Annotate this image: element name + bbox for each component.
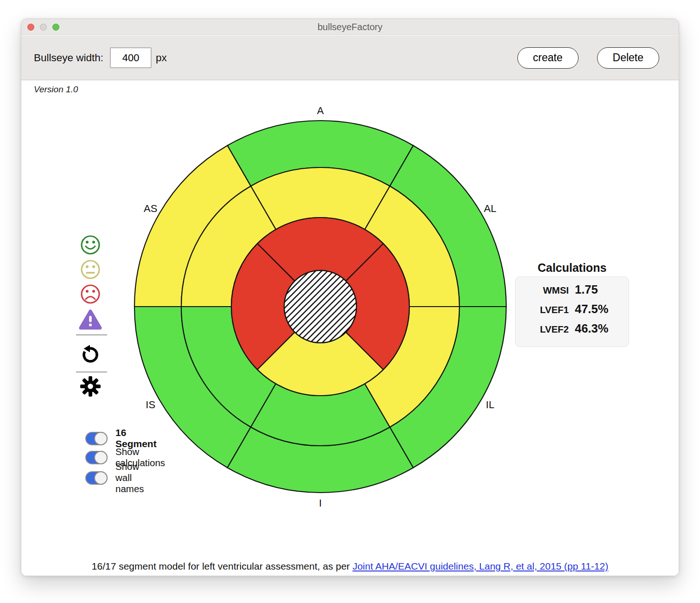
show-calculations-toggle[interactable] bbox=[85, 451, 108, 464]
calc-row-lvef2: LVEF2 46.3% bbox=[515, 322, 629, 341]
calc-row-lvef1: LVEF1 47.5% bbox=[515, 302, 629, 322]
app-window: bullseyeFactory Bullseye width: px creat… bbox=[21, 19, 679, 576]
version-label: Version 1.0 bbox=[34, 84, 78, 95]
calc-row-wmsi: WMSI 1.75 bbox=[515, 283, 629, 302]
bullseye-diagram: AALILIISAS bbox=[116, 103, 524, 511]
lvef1-value: 47.5% bbox=[575, 302, 608, 316]
bullseye-width-label: Bullseye width: bbox=[34, 52, 103, 64]
wall-label-IL: IL bbox=[486, 399, 494, 411]
smiley-happy-icon[interactable] bbox=[80, 234, 101, 256]
smiley-neutral-icon[interactable] bbox=[80, 259, 101, 280]
create-button[interactable]: create bbox=[517, 47, 579, 69]
px-unit-label: px bbox=[156, 52, 167, 64]
warning-triangle-icon[interactable] bbox=[79, 309, 102, 330]
bullseye-width-input[interactable] bbox=[110, 47, 152, 68]
undo-icon[interactable] bbox=[80, 343, 101, 365]
footer-note: 16/17 segment model for left ventricular… bbox=[21, 561, 679, 572]
toggle-row-show-wall-names: Show wall names bbox=[85, 469, 144, 486]
gear-icon[interactable] bbox=[80, 376, 101, 397]
lvef1-label: LVEF1 bbox=[515, 304, 569, 315]
wmsi-label: WMSI bbox=[515, 285, 569, 296]
toggle-label: Show wall names bbox=[115, 461, 144, 494]
wall-label-IS: IS bbox=[146, 399, 155, 411]
delete-button[interactable]: Delete bbox=[597, 47, 659, 69]
title-bar: bullseyeFactory bbox=[21, 19, 679, 35]
footer-text: 16/17 segment model for left ventricular… bbox=[92, 561, 353, 571]
wall-label-AL: AL bbox=[484, 203, 496, 214]
traffic-lights bbox=[27, 24, 59, 31]
zoom-window-button[interactable] bbox=[52, 24, 59, 31]
wmsi-value: 1.75 bbox=[575, 283, 598, 296]
toolbar: Bullseye width: px create Delete bbox=[21, 36, 679, 80]
close-window-button[interactable] bbox=[27, 24, 34, 31]
wall-label-AS: AS bbox=[144, 203, 157, 214]
guidelines-link[interactable]: Joint AHA/EACVI guidelines, Lang R, et a… bbox=[352, 561, 608, 571]
bullseye-svg: AALILIISAS bbox=[116, 103, 524, 511]
toggle-row-16-segment: 16 Segment bbox=[85, 430, 157, 447]
divider bbox=[76, 334, 107, 335]
window-title: bullseyeFactory bbox=[318, 22, 382, 32]
content-area: Version 1.0 AALILIISAS bbox=[21, 81, 679, 576]
wall-label-I: I bbox=[319, 497, 322, 509]
calculations-panel: WMSI 1.75 LVEF1 47.5% LVEF2 46.3% bbox=[515, 276, 629, 347]
apex-segment-hatched bbox=[284, 270, 356, 343]
wall-label-A: A bbox=[317, 105, 324, 116]
toggle-knob[interactable] bbox=[94, 432, 108, 445]
lvef2-value: 46.3% bbox=[575, 322, 608, 335]
calculations-title: Calculations bbox=[515, 261, 629, 275]
divider bbox=[76, 372, 107, 372]
smiley-sad-icon[interactable] bbox=[80, 283, 101, 305]
toggle-knob[interactable] bbox=[94, 451, 108, 464]
toggle-knob[interactable] bbox=[94, 471, 108, 485]
lvef2-label: LVEF2 bbox=[515, 324, 569, 335]
show-wall-names-toggle[interactable] bbox=[85, 471, 108, 485]
minimize-window-button[interactable] bbox=[40, 24, 47, 31]
segment-mode-toggle[interactable] bbox=[85, 432, 108, 445]
